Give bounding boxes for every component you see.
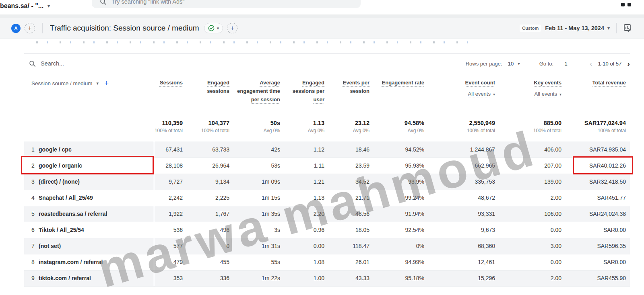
global-search[interactable] (92, 0, 361, 8)
table-block: Rows per page: 10 ▾ Go to: ‹ 1-10 of 57 … (24, 53, 630, 287)
total-value: 104,377 (187, 120, 229, 126)
add-comparison-button[interactable]: + (25, 23, 35, 33)
source-medium-cell: Tiktok / All_25/54 (39, 222, 154, 238)
table-row: 6Tiktok / All_25/545364963s0.9618.0592.5… (24, 222, 630, 238)
column-header-engaged-sessions[interactable]: Engaged sessions (187, 73, 233, 117)
chevron-down-icon: ▾ (47, 3, 50, 9)
add-report-button[interactable]: + (227, 23, 237, 33)
chevron-left-icon[interactable]: ‹ (590, 59, 592, 68)
row-number: 3 (24, 174, 39, 190)
metric-cell: SAR455.90 (566, 270, 630, 286)
metric-cell: 0.96 (284, 222, 328, 238)
total-value: 885.00 (499, 120, 561, 126)
column-header-engaged-sessions-per-user[interactable]: Engaged sessions per user (284, 73, 328, 117)
property-name: beans.sa/ - "... (0, 2, 43, 10)
metric-cell: 26.01 (328, 254, 374, 270)
chevron-down-icon: ▾ (559, 92, 561, 96)
column-header-dimension[interactable]: Session source / medium ▾ + (24, 73, 154, 117)
metric-cell: 2,225 (187, 190, 233, 206)
key-events-filter[interactable]: All events ▾ (499, 90, 561, 98)
metric-cell: 9,134 (187, 174, 233, 190)
metric-cell: 577 (154, 238, 187, 254)
column-header-key-events[interactable]: Key events All events ▾ (499, 73, 566, 117)
event-count-filter[interactable]: All events ▾ (428, 90, 495, 98)
row-number: 5 (24, 206, 39, 222)
total-value: 94.58% (374, 120, 424, 126)
metric-cell: SAR0.00 (566, 222, 630, 238)
metric-cell: 496 (187, 222, 233, 238)
metric-cell: 1.08 (284, 254, 328, 270)
chevron-down-icon: ▾ (493, 92, 495, 96)
source-medium-cell: Snapchat / All_25/49 (39, 190, 154, 206)
metric-cell: 1,922 (154, 206, 187, 222)
metric-cell: 118.47 (328, 238, 374, 254)
metric-cell: 0.00 (284, 238, 328, 254)
row-number: 7 (24, 238, 39, 254)
pagination: ‹ 1-10 of 57 › (590, 59, 630, 68)
total-value: 2,550,949 (428, 120, 495, 126)
column-header-sessions[interactable]: Sessions (154, 73, 187, 117)
table-search-input[interactable] (41, 60, 161, 67)
metric-cell: 2.20 (284, 206, 328, 222)
row-number: 4 (24, 190, 39, 206)
totals-row: 110,359100% of total 104,377100% of tota… (24, 117, 630, 141)
clipped-content-row (0, 39, 644, 44)
metric-cell: 3s (233, 222, 284, 238)
table-row: 9tiktok.com / referral3533361m 22s1.0043… (24, 270, 630, 286)
row-number: 2 (24, 158, 39, 174)
metric-cell: 94.52% (374, 141, 428, 158)
metric-cell: 207.00 (499, 158, 566, 174)
chevron-down-icon: ▾ (97, 81, 99, 86)
metric-cell: 1,767 (187, 206, 233, 222)
customize-report-icon[interactable] (623, 23, 633, 33)
source-medium-cell: roastedbeans.sa / referral (39, 206, 154, 222)
total-value: 23.12 (328, 120, 369, 126)
avatar[interactable]: A (11, 24, 21, 33)
metric-cell: SAR74,935.04 (566, 141, 630, 158)
add-dimension-icon[interactable]: + (104, 79, 109, 88)
column-header-total-revenue[interactable]: Total revenue (566, 73, 630, 117)
table-body: 1google / cpc67,43163,73342s1.1218.4694.… (24, 141, 630, 286)
row-number: 9 (24, 270, 39, 286)
property-selector[interactable]: beans.sa/ - "... ▾ (0, 2, 50, 10)
metric-cell: 0.00 (499, 254, 566, 270)
table-row: 5roastedbeans.sa / referral1,9221,7671m … (24, 206, 630, 222)
header-row: Session source / medium ▾ + Sessions Eng… (24, 73, 630, 117)
chevron-right-icon[interactable]: › (627, 59, 630, 68)
metric-cell: 48,672 (428, 190, 499, 206)
chevron-down-icon: ▾ (607, 25, 610, 31)
metric-cell: 28,108 (154, 158, 187, 174)
chevron-down-icon: ▾ (217, 26, 219, 31)
browser-toolbar-icon[interactable] (621, 3, 631, 6)
metric-cell: 3.00 (499, 238, 566, 254)
column-header-avg-engagement-time[interactable]: Average engagement time per session (233, 73, 284, 117)
metric-cell: 95.18% (374, 270, 428, 286)
report-status-pill[interactable]: ▾ (204, 23, 223, 33)
metric-cell: 2,242 (154, 190, 187, 206)
pagination-range: 1-10 of 57 (598, 61, 622, 67)
rows-per-page-select[interactable]: 10 ▾ (508, 61, 520, 67)
global-search-input[interactable] (111, 0, 313, 5)
total-value: SAR177,024.94 (566, 120, 626, 126)
metric-cell: 336 (187, 270, 233, 286)
column-header-event-count[interactable]: Event count All events ▾ (428, 73, 499, 117)
table-row: 4Snapchat / All_25/492,2422,2251m 15s1.1… (24, 190, 630, 206)
metric-cell: 43.33 (328, 270, 374, 286)
source-medium-cell: google / organic (39, 158, 154, 174)
column-header-engagement-rate[interactable]: Engagement rate (374, 73, 428, 117)
metric-cell: 1.11 (284, 158, 328, 174)
go-to-label: Go to: (539, 61, 553, 67)
metric-cell: 18.05 (328, 222, 374, 238)
divider (616, 23, 617, 33)
search-icon (29, 60, 36, 67)
metric-cell: SAR24,024.38 (566, 206, 630, 222)
go-to-page-input[interactable] (560, 61, 572, 67)
total-value: 1.13 (284, 120, 324, 126)
date-range-text: Feb 11 - May 13, 2024 (545, 25, 604, 31)
metric-cell: 23.59 (328, 158, 374, 174)
date-range-badge: Custom (520, 25, 541, 32)
page-title: Traffic acquisition: Session source / me… (50, 24, 199, 33)
metric-cell: 15,296 (428, 270, 499, 286)
column-header-events-per-session[interactable]: Events per session (328, 73, 374, 117)
date-range-picker[interactable]: Feb 11 - May 13, 2024 ▾ (545, 25, 610, 31)
